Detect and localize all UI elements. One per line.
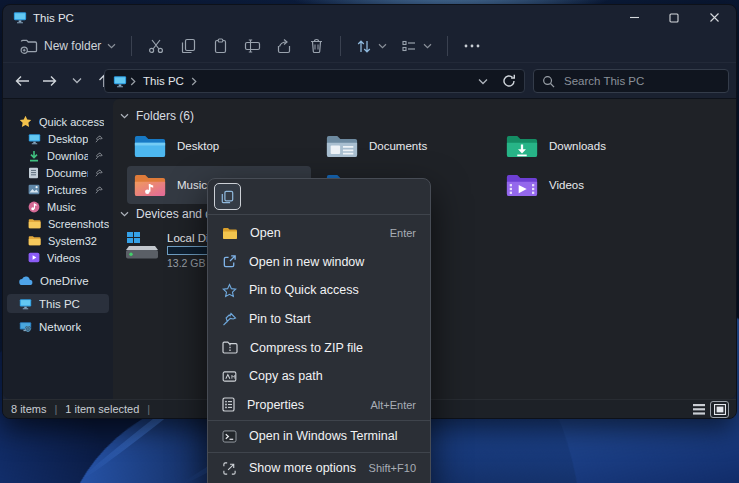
menu-item-label: Open in Windows Terminal <box>249 429 397 443</box>
this-pc-icon <box>13 11 27 24</box>
pin-icon <box>222 312 237 327</box>
pin-icon <box>95 186 103 194</box>
sidebar-item-music[interactable]: Music <box>7 198 109 215</box>
context-menu-item-pin-quick-access[interactable]: Pin to Quick access <box>212 276 426 305</box>
sidebar-item-this-pc[interactable]: This PC <box>7 294 109 313</box>
pin-icon <box>95 152 103 160</box>
desktop-screen: This PC New folder <box>0 0 739 483</box>
sidebar-item-system32[interactable]: System32 <box>7 232 109 249</box>
sidebar-item-label: Desktop <box>48 133 88 145</box>
context-menu: Open Enter Open in new window Pin to Qui… <box>207 178 431 483</box>
this-pc-icon <box>113 75 127 88</box>
folder-open-icon <box>222 227 238 240</box>
copy-quick-button[interactable] <box>214 183 241 210</box>
menu-separator <box>208 420 430 421</box>
address-dropdown-icon[interactable] <box>478 78 488 85</box>
folder-tile-desktop[interactable]: Desktop <box>127 127 311 165</box>
context-menu-item-open-new-window[interactable]: Open in new window <box>212 248 426 277</box>
delete-button[interactable] <box>300 33 332 59</box>
status-divider: | <box>147 403 150 415</box>
cut-button[interactable] <box>140 33 172 59</box>
videos-icon <box>28 252 40 263</box>
menu-item-shortcut: Enter <box>390 227 416 239</box>
context-menu-item-compress-zip[interactable]: Compress to ZIP file <box>212 333 426 362</box>
sidebar-item-label: Pictures <box>47 184 87 196</box>
folder-tile-documents[interactable]: Documents <box>319 127 503 165</box>
forward-button[interactable] <box>36 67 63 94</box>
context-menu-item-show-more-options[interactable]: Show more options Shift+F10 <box>212 454 426 483</box>
folders-section-header[interactable]: Folders (6) <box>120 109 194 123</box>
new-folder-label: New folder <box>44 39 101 53</box>
recent-locations-button[interactable] <box>63 67 90 94</box>
sidebar-item-pictures[interactable]: Pictures <box>7 181 109 198</box>
folder-tile-videos[interactable]: Videos <box>499 166 683 204</box>
sidebar-item-documents[interactable]: Documents <box>7 164 109 181</box>
close-button[interactable] <box>694 5 734 30</box>
sidebar-item-label: This PC <box>39 298 80 310</box>
context-menu-item-pin-start[interactable]: Pin to Start <box>212 305 426 334</box>
menu-item-label: Open <box>250 226 281 240</box>
search-field[interactable] <box>533 69 729 93</box>
chevron-down-icon <box>423 43 432 49</box>
items-count: 8 items <box>11 403 46 415</box>
maximize-button[interactable] <box>654 5 694 30</box>
rename-button[interactable] <box>236 33 268 59</box>
chevron-down-icon <box>120 211 129 217</box>
pin-icon <box>95 169 103 177</box>
title-bar[interactable]: This PC <box>3 5 736 30</box>
onedrive-cloud-icon <box>19 276 33 286</box>
sidebar-item-label: Quick access <box>39 116 104 128</box>
trash-icon <box>309 38 324 54</box>
copy-button[interactable] <box>172 33 204 59</box>
sidebar-item-desktop[interactable]: Desktop <box>7 130 109 147</box>
open-new-window-icon <box>222 254 237 269</box>
sidebar-item-quick-access[interactable]: Quick access <box>7 113 109 130</box>
folder-tile-label: Downloads <box>549 140 606 152</box>
sidebar-item-label: Downloads <box>47 150 88 162</box>
sidebar-item-videos[interactable]: Videos <box>7 249 109 266</box>
refresh-icon[interactable] <box>502 74 516 88</box>
search-input[interactable] <box>562 74 720 88</box>
breadcrumb-segment[interactable]: This PC <box>143 75 184 87</box>
network-icon <box>19 321 32 333</box>
cut-icon <box>148 38 164 54</box>
sidebar-item-onedrive[interactable]: OneDrive <box>7 271 109 290</box>
context-menu-item-copy-as-path[interactable]: Copy as path <box>212 362 426 391</box>
large-thumbnails-view-button[interactable] <box>711 402 728 417</box>
menu-item-label: Copy as path <box>249 369 323 383</box>
search-icon <box>542 75 555 88</box>
breadcrumb[interactable]: This PC <box>104 69 525 93</box>
folder-tile-label: Music <box>177 179 207 191</box>
breadcrumb-chevron-icon[interactable] <box>191 77 197 86</box>
sidebar-item-label: Videos <box>47 252 80 264</box>
share-button[interactable] <box>268 33 300 59</box>
pictures-icon <box>28 184 40 195</box>
sort-button[interactable] <box>349 33 394 59</box>
context-menu-item-open-windows-terminal[interactable]: Open in Windows Terminal <box>212 422 426 451</box>
rename-icon <box>244 39 261 53</box>
address-bar: This PC <box>3 63 736 99</box>
new-folder-button[interactable]: New folder <box>13 33 123 59</box>
minimize-button[interactable] <box>614 5 654 30</box>
details-view-button[interactable] <box>690 402 707 417</box>
menu-item-shortcut: Shift+F10 <box>369 462 416 474</box>
command-bar: New folder <box>3 30 736 63</box>
context-menu-item-properties[interactable]: Properties Alt+Enter <box>212 391 426 420</box>
paste-button[interactable] <box>204 33 236 59</box>
sidebar-item-screenshots[interactable]: Screenshots <box>7 215 109 232</box>
downloads-icon <box>28 150 40 162</box>
folder-tile-label: Videos <box>549 179 584 191</box>
see-more-button[interactable] <box>456 33 488 59</box>
properties-icon <box>222 397 235 412</box>
view-button[interactable] <box>394 33 439 59</box>
sort-icon <box>356 39 372 54</box>
folder-tile-downloads[interactable]: Downloads <box>499 127 683 165</box>
menu-item-shortcut: Alt+Enter <box>370 399 416 411</box>
sidebar-item-downloads[interactable]: Downloads <box>7 147 109 164</box>
context-menu-item-open[interactable]: Open Enter <box>212 219 426 248</box>
star-outline-icon <box>222 283 237 298</box>
back-button[interactable] <box>9 67 36 94</box>
sidebar-item-network[interactable]: Network <box>7 317 109 336</box>
list-view-icon <box>693 404 705 415</box>
desktop-folder-icon <box>133 133 167 160</box>
